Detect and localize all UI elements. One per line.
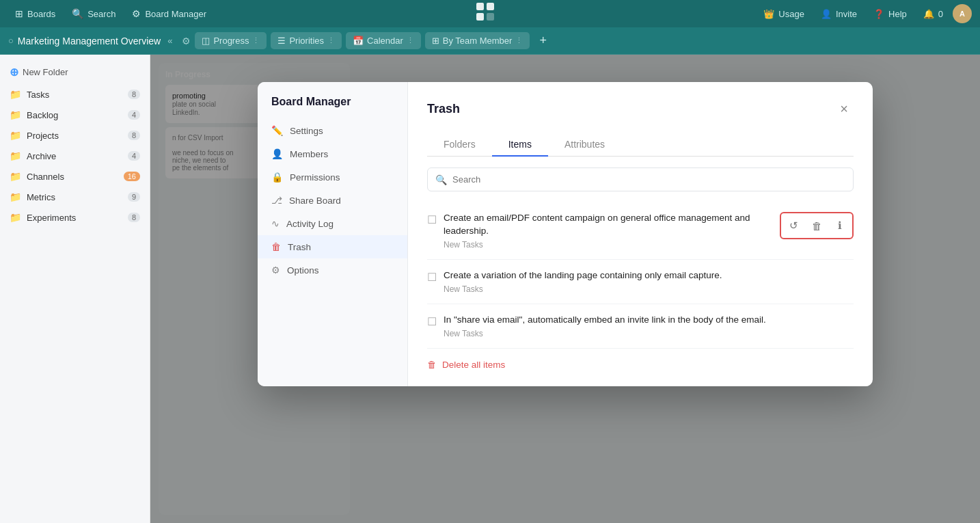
modal-nav-trash[interactable]: 🗑 Trash [258, 235, 407, 258]
modal-nav-members-label: Members [290, 149, 328, 159]
info-button-1[interactable]: ℹ [829, 215, 851, 237]
sidebar-label-backlog: Backlog [27, 110, 58, 120]
item-title-3: In "share via email", automatically embe… [444, 314, 854, 327]
trash-icon: 🗑 [271, 241, 281, 252]
top-nav: ⊞ Boards 🔍 Search ⚙ Board Manager 👑 Usag… [0, 0, 980, 27]
search-label: Search [87, 9, 115, 19]
notifications-count: 0 [938, 9, 943, 19]
nav-board-manager[interactable]: ⚙ Board Manager [125, 5, 213, 23]
folder-icon-experiments: 📁 [10, 212, 21, 223]
item-checkbox-2[interactable]: ☐ [427, 271, 437, 294]
tab-progress[interactable]: ◫ Progress ⋮ [195, 32, 267, 49]
nav-boards[interactable]: ⊞ Boards [8, 5, 62, 23]
priorities-icon: ☰ [277, 36, 286, 46]
svg-rect-1 [487, 3, 494, 10]
folder-icon-metrics: 📁 [10, 191, 21, 202]
nav-invite[interactable]: 👤 Invite [814, 5, 864, 23]
items-list: ☐ Create an email/PDF content campaign o… [427, 202, 854, 348]
person-icon: 👤 [271, 148, 283, 159]
avatar[interactable]: A [953, 4, 972, 23]
sidebar-label-tasks: Tasks [27, 90, 49, 100]
sidebar-item-metrics[interactable]: 📁 Metrics 9 [0, 187, 150, 207]
board-bar: ○ Marketing Management Overview « ⚙ ◫ Pr… [0, 27, 980, 55]
trash-item-row-1: ☐ Create an email/PDF content campaign o… [427, 202, 854, 260]
trash-item-row-2: ☐ Create a variation of the landing page… [427, 260, 854, 304]
restore-button-1[interactable]: ↺ [782, 215, 804, 237]
collapse-arrows[interactable]: « [167, 36, 172, 46]
sidebar-item-archive[interactable]: 📁 Archive 4 [0, 146, 150, 166]
modal-nav-members[interactable]: 👤 Members [258, 142, 407, 165]
pencil-icon: ✏️ [271, 125, 283, 136]
options-gear-icon: ⚙ [271, 265, 280, 276]
nav-center [216, 1, 754, 26]
sidebar-item-projects[interactable]: 📁 Projects 8 [0, 125, 150, 146]
badge-metrics: 9 [128, 192, 140, 202]
item-title-1: Create an email/PDF content campaign on … [444, 212, 780, 238]
overlay: Board Manager ✏️ Settings 👤 Members 🔒 Pe… [150, 55, 980, 523]
tab-priorities-label: Priorities [289, 36, 324, 46]
folder-icon: 📁 [10, 89, 21, 100]
modal: Board Manager ✏️ Settings 👤 Members 🔒 Pe… [258, 82, 873, 386]
modal-nav-options[interactable]: ⚙ Options [258, 258, 407, 282]
item-subtitle-2: New Tasks [444, 284, 854, 294]
modal-sidebar-title: Board Manager [258, 96, 407, 119]
tab-menu-icon: ⋮ [252, 36, 260, 45]
main-layout: ⊕ New Folder 📁 Tasks 8 📁 Backlog 4 📁 Pro… [0, 55, 980, 523]
modal-nav-share-label: Share Board [289, 196, 341, 206]
sidebar-item-backlog[interactable]: 📁 Backlog 4 [0, 105, 150, 125]
tab-team-label: By Team Member [443, 36, 513, 46]
add-view-button[interactable]: + [534, 31, 552, 51]
board-manager-label: Board Manager [145, 9, 206, 19]
app-logo [475, 1, 495, 26]
tab-team-member[interactable]: ⊞ By Team Member ⋮ [425, 32, 530, 49]
sidebar-label-projects: Projects [27, 131, 59, 141]
new-folder-button[interactable]: ⊕ New Folder [0, 60, 150, 84]
help-label: Help [888, 9, 907, 19]
sidebar: ⊕ New Folder 📁 Tasks 8 📁 Backlog 4 📁 Pro… [0, 55, 150, 523]
sidebar-item-channels[interactable]: 📁 Channels 16 [0, 166, 150, 187]
tab-items[interactable]: Items [492, 133, 548, 157]
trash-search-input[interactable] [427, 167, 854, 191]
sidebar-item-experiments[interactable]: 📁 Experiments 8 [0, 207, 150, 228]
tab-priorities-menu-icon: ⋮ [327, 36, 335, 45]
nav-search[interactable]: 🔍 Search [65, 5, 122, 23]
search-container: 🔍 [427, 167, 854, 191]
modal-nav-options-label: Options [287, 265, 319, 276]
actions-box: ↺ 🗑 ℹ [780, 212, 854, 239]
tab-attributes[interactable]: Attributes [548, 133, 621, 157]
tab-calendar[interactable]: 📅 Calendar ⋮ [346, 32, 421, 49]
tab-calendar-label: Calendar [367, 36, 403, 46]
svg-rect-3 [487, 13, 494, 21]
item-checkbox-1[interactable]: ☐ [427, 213, 437, 250]
settings-icon[interactable]: ⚙ [182, 36, 191, 46]
modal-nav-share-board[interactable]: ⎇ Share Board [258, 189, 407, 212]
modal-nav-permissions-label: Permissions [290, 172, 340, 183]
folder-icon-channels: 📁 [10, 171, 21, 182]
crown-icon: 👑 [763, 9, 774, 19]
modal-title: Trash [427, 102, 460, 116]
share-icon: ⎇ [271, 195, 282, 206]
tab-folders[interactable]: Folders [427, 133, 492, 157]
item-checkbox-3[interactable]: ☐ [427, 315, 437, 338]
badge-projects: 8 [128, 131, 140, 140]
nav-help[interactable]: ❓ Help [867, 5, 914, 23]
tab-calendar-menu-icon: ⋮ [407, 36, 414, 45]
tab-team-menu-icon: ⋮ [515, 36, 523, 45]
nav-usage[interactable]: 👑 Usage [757, 5, 811, 23]
modal-nav-activity-log[interactable]: ∿ Activity Log [258, 212, 407, 235]
delete-all-button[interactable]: 🗑 Delete all items [427, 360, 505, 370]
modal-close-button[interactable]: × [834, 98, 854, 120]
delete-button-1[interactable]: 🗑 [806, 215, 828, 237]
board-content: In Progress promotingplate on socialLink… [150, 55, 980, 523]
tab-priorities[interactable]: ☰ Priorities ⋮ [271, 32, 342, 49]
folder-icon-archive: 📁 [10, 150, 21, 161]
modal-nav-permissions[interactable]: 🔒 Permissions [258, 165, 407, 189]
nav-notifications[interactable]: 🔔 0 [916, 5, 950, 23]
sidebar-item-tasks[interactable]: 📁 Tasks 8 [0, 84, 150, 105]
modal-nav-settings[interactable]: ✏️ Settings [258, 119, 407, 142]
board-title: Marketing Management Overview [18, 36, 161, 46]
sidebar-label-experiments: Experiments [27, 213, 76, 223]
search-icon: 🔍 [72, 8, 83, 19]
nav-right: 👑 Usage 👤 Invite ❓ Help 🔔 0 A [757, 4, 972, 23]
item-title-2: Create a variation of the landing page c… [444, 269, 854, 282]
